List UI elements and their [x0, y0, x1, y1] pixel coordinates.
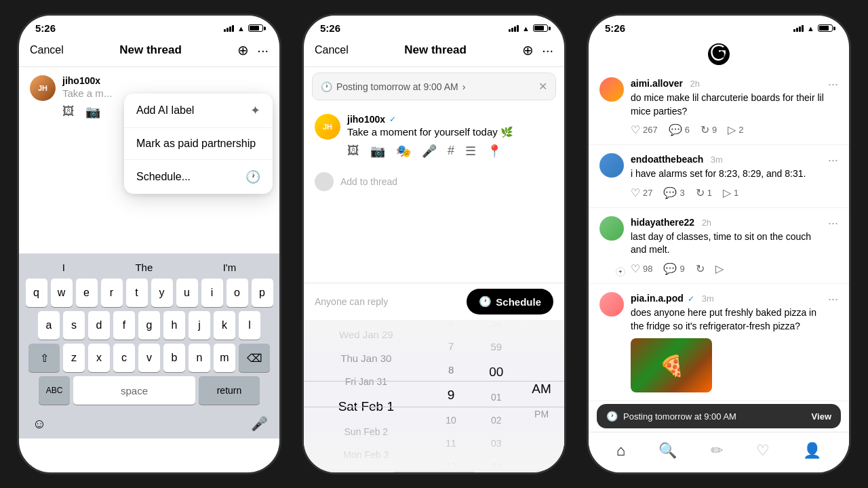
post-aimi-username[interactable]: aimi.allover	[631, 78, 683, 89]
aimi-comment[interactable]: 💬6	[669, 123, 690, 136]
key-a[interactable]: a	[38, 311, 60, 340]
composer-text-2[interactable]: Take a moment for yourself today 🌿	[347, 126, 553, 138]
key-h[interactable]: h	[163, 311, 185, 340]
nav-search[interactable]: 🔍	[658, 442, 677, 460]
signal-icon-2	[509, 25, 519, 32]
hida-comment[interactable]: 💬9	[663, 262, 684, 275]
return-key[interactable]: return	[199, 376, 260, 405]
suggestion-3[interactable]: I'm	[223, 262, 237, 273]
compose-icon-1[interactable]: ⊕	[237, 42, 249, 58]
hash-icon-2[interactable]: #	[448, 144, 454, 159]
wifi-icon-3: ▲	[807, 24, 814, 33]
post-hida-username[interactable]: hidayathere22	[631, 217, 694, 228]
key-n[interactable]: n	[189, 344, 210, 372]
picker-ampm-spacer	[519, 327, 564, 339]
endo-comment[interactable]: 💬3	[663, 186, 684, 199]
key-d[interactable]: d	[88, 311, 110, 340]
post-endo-more[interactable]: ···	[828, 153, 838, 167]
key-b[interactable]: b	[163, 344, 185, 372]
space-key[interactable]: space	[73, 376, 195, 405]
nav-likes[interactable]: ♡	[756, 442, 770, 460]
endo-like[interactable]: ♡27	[631, 186, 652, 199]
key-i[interactable]: i	[201, 279, 223, 307]
key-m[interactable]: m	[214, 344, 235, 372]
cancel-button-2[interactable]: Cancel	[315, 44, 349, 56]
suggestion-1[interactable]: I	[62, 262, 65, 273]
avatar-1: JH	[30, 75, 56, 101]
key-r[interactable]: r	[101, 279, 123, 307]
more-icon-1[interactable]: ···	[257, 43, 269, 58]
aimi-save[interactable]: ▷2	[728, 123, 743, 136]
key-j[interactable]: j	[189, 311, 210, 340]
notif-view-btn[interactable]: View	[812, 411, 831, 422]
post-aimi-more[interactable]: ···	[828, 77, 838, 92]
endo-save[interactable]: ▷1	[723, 186, 738, 199]
post-hida-more[interactable]: ···	[828, 216, 838, 230]
key-u[interactable]: u	[176, 279, 198, 307]
key-x[interactable]: x	[88, 344, 110, 372]
aimi-like[interactable]: ♡267	[631, 123, 658, 136]
picker-ampm-spacer7	[519, 450, 564, 462]
key-l[interactable]: l	[239, 311, 260, 340]
key-q[interactable]: q	[26, 279, 47, 307]
key-t[interactable]: t	[126, 279, 148, 307]
hida-save[interactable]: ▷	[715, 262, 724, 275]
nav-home[interactable]: ⌂	[616, 442, 625, 460]
key-z[interactable]: z	[63, 344, 85, 372]
key-s[interactable]: s	[63, 311, 85, 340]
key-e[interactable]: e	[76, 279, 98, 307]
key-y[interactable]: y	[151, 279, 173, 307]
hida-like[interactable]: ♡98	[631, 262, 652, 275]
key-c[interactable]: c	[113, 344, 135, 372]
list-icon-2[interactable]: ☰	[465, 144, 476, 159]
dropdown-item-paid[interactable]: Mark as paid partnership	[124, 128, 273, 160]
date-picker[interactable]: Mon Jan 27 Tue Jan 28 Wed Jan 29 Thu Jan…	[304, 320, 564, 472]
key-v[interactable]: v	[138, 344, 160, 372]
camera-icon[interactable]: 📷	[85, 104, 100, 119]
picker-hour-col[interactable]: 5 6 7 8 9 10 11 12 1	[429, 320, 474, 469]
shift-key[interactable]: ⇧	[28, 344, 60, 372]
more-icon-2[interactable]: ···	[542, 43, 553, 58]
save-icon-2: ▷	[723, 186, 731, 199]
camera-icon-2[interactable]: 📷	[370, 144, 385, 159]
key-g[interactable]: g	[138, 311, 160, 340]
post-pia-username[interactable]: pia.in.a.pod	[631, 293, 684, 304]
key-o[interactable]: o	[226, 279, 248, 307]
image-icon[interactable]: 🖼	[62, 104, 75, 119]
notif-banner[interactable]: 🕐 Posting tomorrow at 9:00 AM View	[597, 404, 841, 428]
mic-icon-2[interactable]: 🎤	[422, 144, 437, 159]
mic-key[interactable]: 🎤	[247, 411, 271, 436]
picker-date-col[interactable]: Mon Jan 27 Tue Jan 28 Wed Jan 29 Thu Jan…	[304, 320, 429, 469]
battery-icon	[248, 24, 263, 32]
location-icon-2[interactable]: 📍	[487, 144, 502, 159]
nav-compose[interactable]: ✏	[711, 442, 723, 460]
picker-minute-col[interactable]: 57 58 59 00 01 02 03 04 05	[473, 320, 519, 469]
key-k[interactable]: k	[214, 311, 235, 340]
abc-key[interactable]: ABC	[39, 376, 70, 405]
nav-profile[interactable]: 👤	[803, 442, 821, 460]
post-pia-more[interactable]: ···	[828, 292, 838, 306]
schedule-banner[interactable]: 🕐 Posting tomorrow at 9:00 AM › ✕	[312, 73, 556, 100]
banner-close-btn[interactable]: ✕	[538, 80, 547, 93]
emoji-key[interactable]: ☺	[27, 411, 52, 436]
post-endo-username[interactable]: endoatthebeach	[631, 154, 703, 165]
key-f[interactable]: f	[113, 311, 135, 340]
suggestion-2[interactable]: The	[135, 262, 153, 273]
dropdown-item-schedule[interactable]: Schedule... 🕐	[124, 160, 273, 194]
key-p[interactable]: p	[252, 279, 273, 307]
add-thread-text[interactable]: Add to thread	[340, 176, 397, 187]
compose-icon-2[interactable]: ⊕	[522, 42, 534, 58]
delete-key[interactable]: ⌫	[239, 344, 270, 372]
image-icon-2[interactable]: 🖼	[347, 144, 359, 159]
key-w[interactable]: w	[51, 279, 73, 307]
aimi-repost[interactable]: ↻9	[701, 123, 717, 136]
signal-icon-3	[793, 25, 804, 32]
endo-repost[interactable]: ↻1	[696, 186, 712, 199]
gif-icon-2[interactable]: 🎭	[396, 144, 411, 159]
picker-ampm-col[interactable]: AM PM	[519, 320, 564, 469]
hida-repost[interactable]: ↻	[696, 262, 705, 275]
dropdown-item-ai[interactable]: Add AI label ✦	[124, 94, 273, 128]
cancel-button-1[interactable]: Cancel	[30, 44, 64, 56]
schedule-button[interactable]: 🕐 Schedule	[467, 289, 553, 314]
picker-date-2: Wed Jan 29	[304, 323, 429, 346]
